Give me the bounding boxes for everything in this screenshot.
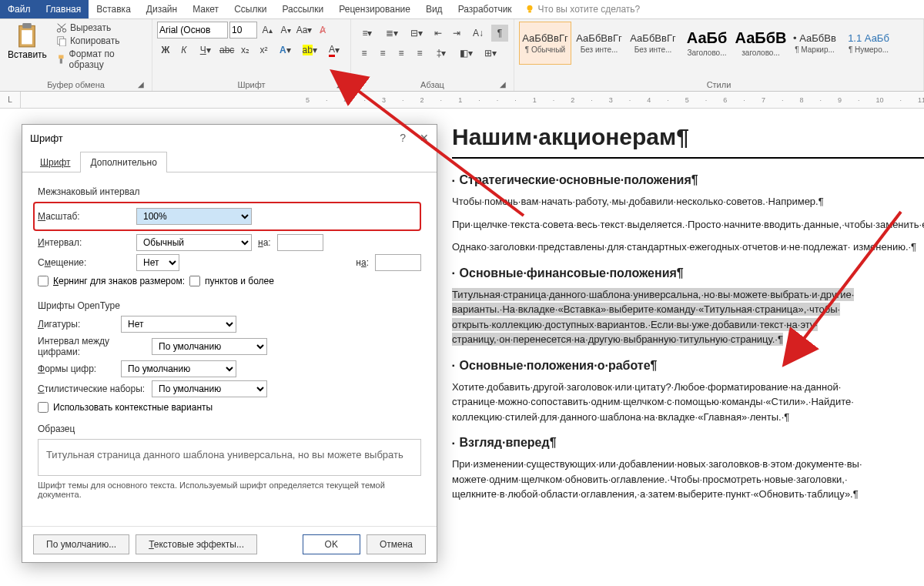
sort-button[interactable]: A↓ [467, 25, 490, 42]
spacing-by-input[interactable] [277, 234, 323, 251]
outdent-button[interactable]: ⇤ [430, 25, 447, 42]
tab-layout[interactable]: Макет [185, 0, 226, 18]
clear-format-button[interactable]: A̷ [314, 22, 331, 39]
indent-button[interactable]: ⇥ [448, 25, 465, 42]
text-effects-button[interactable]: A▾ [273, 42, 296, 59]
align-right-button[interactable]: ≡ [393, 45, 410, 62]
tab-mailings[interactable]: Рассылки [274, 0, 331, 18]
style-item[interactable]: АаБбВвГгБез инте... [573, 22, 625, 65]
kerning-size-input[interactable] [189, 276, 200, 286]
style-item[interactable]: • АаБбВв¶ Маркир... [788, 22, 841, 65]
change-case-button[interactable]: Aa▾ [296, 22, 313, 39]
underline-button[interactable]: Ч▾ [194, 42, 217, 59]
section-heading[interactable]: Стратегические·основные·положения¶ [452, 171, 924, 189]
tab-advanced-page[interactable]: Дополнительно [80, 152, 166, 172]
svg-point-6 [62, 28, 65, 32]
numspacing-select[interactable]: По умолчанию [152, 338, 267, 355]
group-styles: АаБбВвГг¶ ОбычныйАаБбВвГгБез инте...АаБб… [514, 19, 924, 91]
section-heading[interactable]: Основные·положения·о·работе¶ [452, 357, 924, 375]
style-item[interactable]: АаБбЗаголово... [681, 22, 733, 65]
strike-button[interactable]: abc [219, 42, 236, 59]
paragraph[interactable]: Титульная·страница·данного·шаблона·униве… [452, 287, 924, 347]
ok-button[interactable]: OK [303, 534, 360, 554]
multilevel-button[interactable]: ⊟▾ [405, 25, 428, 42]
close-button[interactable]: ✕ [420, 132, 429, 144]
ruler-horizontal[interactable]: 5·4·3·2·1···1·2·3·4·5·6·7·8·9·10·11·12·1… [21, 92, 924, 108]
spacing-select[interactable]: Обычный [136, 234, 252, 251]
paragraph[interactable]: Однако·заголовки·представлены·для·станда… [452, 239, 924, 255]
text-effects-button[interactable]: Текстовые эффекты... [136, 534, 257, 554]
cut-button[interactable]: Вырезать [53, 22, 147, 34]
paste-button[interactable]: Вставить [5, 22, 50, 71]
contextual-checkbox[interactable] [38, 402, 49, 413]
style-item[interactable]: АаБбВвГг¶ Обычный [519, 22, 571, 65]
tab-developer[interactable]: Разработчик [450, 0, 520, 18]
group-font: A▴ A▾ Aa▾ A̷ Ж К Ч▾ abc x₂ x² A▾ ab▾ A▾ … [152, 19, 351, 91]
tab-file[interactable]: Файл [0, 0, 38, 18]
grow-font-button[interactable]: A▴ [259, 22, 276, 39]
copy-button[interactable]: Копировать [53, 35, 147, 47]
shading-button[interactable]: ◧▾ [454, 45, 477, 62]
label-preview: Образец [38, 424, 421, 434]
brush-icon [56, 54, 66, 65]
section-heading[interactable]: Взгляд·вперед¶ [452, 434, 924, 452]
format-painter-button[interactable]: Формат по образцу [53, 48, 147, 71]
align-left-button[interactable]: ≡ [356, 45, 373, 62]
paragraph[interactable]: Чтобы·помочь·вам·начать·работу,·мы·добав… [452, 194, 924, 209]
stylistic-select[interactable]: По умолчанию [152, 380, 267, 397]
paragraph[interactable]: При·изменении·существующих·или·добавлени… [452, 457, 924, 502]
borders-button[interactable]: ⊞▾ [479, 45, 502, 62]
tab-review[interactable]: Рецензирование [331, 0, 418, 18]
subscript-button[interactable]: x₂ [237, 42, 254, 59]
clipboard-launcher[interactable]: ◢ [136, 80, 146, 89]
tab-font-page[interactable]: Шрифт [30, 152, 80, 172]
ligatures-select[interactable]: Нет [121, 316, 236, 333]
ruler-bar: L 5·4·3·2·1···1·2·3·4·5·6·7·8·9·10·11·12… [0, 92, 924, 109]
tell-me[interactable]: Что вы хотите сделать? [520, 0, 645, 18]
italic-button[interactable]: К [176, 42, 192, 59]
paragraph[interactable]: Хотите·добавить·другой·заголовок·или·цит… [452, 380, 924, 425]
scale-select[interactable]: 100% [136, 208, 252, 225]
highlight-button[interactable]: ab▾ [298, 42, 321, 59]
copy-icon [56, 35, 67, 46]
align-center-button[interactable]: ≡ [374, 45, 391, 62]
styles-gallery[interactable]: АаБбВвГг¶ ОбычныйАаБбВвГгБез инте...АаБб… [519, 22, 919, 65]
doc-title[interactable]: Нашим·акционерам¶ [452, 119, 924, 159]
font-size-input[interactable] [229, 22, 257, 39]
shrink-font-button[interactable]: A▾ [277, 22, 294, 39]
style-item[interactable]: АаБбВвГгБез инте... [627, 22, 679, 65]
tab-design[interactable]: Дизайн [139, 0, 185, 18]
font-color-button[interactable]: A▾ [323, 42, 346, 59]
tab-references[interactable]: Ссылки [226, 0, 274, 18]
default-button[interactable]: По умолчанию... [33, 534, 129, 554]
bullets-button[interactable]: ≡▾ [356, 25, 379, 42]
tab-home[interactable]: Главная [38, 0, 89, 18]
style-item[interactable]: 1.1 АаБб¶ Нумеро... [842, 22, 895, 65]
superscript-button[interactable]: x² [256, 42, 273, 59]
show-marks-button[interactable]: ¶ [491, 25, 508, 42]
style-item[interactable]: АаБбВзаголово... [735, 22, 787, 65]
paragraph-launcher[interactable]: ◢ [498, 80, 507, 89]
paragraph[interactable]: При·щелчке·текста·совета·весь·текст·выде… [452, 217, 924, 233]
position-by-input[interactable] [375, 254, 421, 271]
tab-insert[interactable]: Вставка [89, 0, 139, 18]
numforms-select[interactable]: По умолчанию [121, 360, 236, 377]
justify-button[interactable]: ≡ [411, 45, 428, 62]
numbering-button[interactable]: ≣▾ [380, 25, 403, 42]
help-button[interactable]: ? [400, 132, 406, 144]
cancel-button[interactable]: Отмена [367, 534, 426, 554]
group-paragraph: ≡▾ ≣▾ ⊟▾ ⇤ ⇥ A↓ ¶ ≡ ≡ ≡ ≡ ‡▾ ◧▾ ⊞▾ Абзац… [351, 19, 514, 91]
preview-hint: Шрифт темы для основного текста. Использ… [38, 481, 421, 499]
section-heading[interactable]: Основные·финансовые·положения¶ [452, 264, 924, 283]
line-spacing-button[interactable]: ‡▾ [430, 45, 453, 62]
bold-button[interactable]: Ж [157, 42, 174, 59]
font-name-input[interactable] [157, 22, 228, 39]
bulb-icon [524, 4, 535, 15]
dialog-titlebar[interactable]: Шрифт ? ✕ [22, 125, 437, 151]
tab-view[interactable]: Вид [418, 0, 450, 18]
label-char-spacing: Межзнаковый интервал [38, 186, 421, 197]
position-select[interactable]: Нет [136, 254, 179, 271]
page-content[interactable]: Нашим·акционерам¶ Стратегические·основны… [452, 119, 924, 510]
font-launcher[interactable]: ◢ [335, 80, 344, 89]
kerning-checkbox[interactable] [38, 276, 49, 286]
